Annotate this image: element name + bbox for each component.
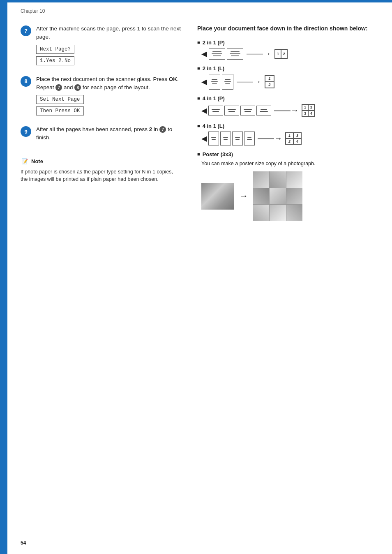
top-blue-line [7, 0, 392, 2]
arrow-right-2-icon: ——→ [237, 77, 261, 86]
right-title: Place your document face down in the dir… [197, 25, 378, 33]
rl4: 4 [293, 138, 301, 144]
step-8-number: 8 [21, 76, 31, 87]
doc-page-4 [222, 74, 233, 90]
result-4in1l: 1 3 2 4 [285, 132, 302, 145]
r1: 1 [302, 104, 308, 111]
circle-7a: 7 [55, 84, 62, 91]
poster-original [201, 183, 234, 210]
poster-cell-6 [286, 188, 302, 204]
result-2in1l: 1 2 [265, 75, 274, 88]
poster-images: → [201, 171, 378, 221]
doc-page-11 [232, 132, 243, 145]
poster-cell-9 [286, 205, 302, 221]
poster-section: Poster (3x3) You can make a poster size … [197, 151, 378, 221]
doc-page-9 [208, 132, 219, 145]
poster-label: Poster (3x3) [197, 151, 378, 157]
layout-2in1l: 2 in 1 (L) ◀ ——→ 1 [197, 65, 378, 90]
result-cell-2: 2 [281, 49, 287, 58]
doc-page-5 [208, 106, 223, 115]
layout-2in1p-label: 2 in 1 (P) [197, 39, 378, 46]
arrow-right-4-icon: ——→ [258, 134, 282, 143]
step-9-content: After all the pages have been scanned, p… [36, 125, 181, 145]
lcd-then-press-ok: Then Press OK [36, 106, 84, 115]
result-2in1p: 1 2 [274, 49, 288, 59]
right-column: Place your document face down in the dir… [197, 25, 378, 226]
doc-page-3 [209, 74, 220, 90]
doc-page-6 [224, 106, 239, 115]
doc-page-12 [244, 132, 255, 145]
lcd-set-next-page: Set Next Page [36, 95, 84, 104]
layout-4in1l-diagram: ◀ ——→ 1 3 2 4 [201, 132, 378, 145]
doc-page-2 [227, 48, 243, 60]
layout-2in1p-diagram: ◀ ——→ 1 2 [201, 48, 378, 60]
poster-arrow-icon: → [239, 191, 248, 201]
result-cell-1-2: 1 [265, 76, 274, 82]
rl1: 1 [286, 133, 293, 138]
doc-page-8 [256, 106, 271, 115]
r2: 2 [308, 104, 314, 111]
step-7: 7 After the machine scans the page, pres… [21, 25, 181, 68]
poster-cell-7 [253, 205, 269, 221]
left-column: 7 After the machine scans the page, pres… [21, 25, 181, 183]
arrow-right-icon: ——→ [247, 49, 271, 58]
layout-2in1p: 2 in 1 (P) ◀ ——→ [197, 39, 378, 60]
doc-page-7 [240, 106, 255, 115]
rl2: 2 [286, 138, 293, 144]
poster-result-grid [253, 171, 302, 221]
circle-7b: 7 [159, 126, 166, 133]
poster-cell-8 [270, 205, 286, 221]
arrow-left-2-icon: ◀ [201, 77, 207, 86]
chapter-label: Chapter 10 [21, 8, 45, 14]
layout-2in1l-label: 2 in 1 (L) [197, 65, 378, 72]
rl3: 3 [293, 133, 301, 138]
step-9-text: After all the pages have been scanned, p… [36, 125, 181, 142]
note-text: If photo paper is chosen as the paper ty… [21, 168, 181, 184]
step-7-number: 7 [21, 25, 31, 36]
lcd-next-page: Next Page? [36, 45, 74, 54]
note-box: 📝 Note If photo paper is chosen as the p… [21, 153, 181, 184]
blue-sidebar [0, 0, 7, 554]
lcd-yes-no: 1.Yes 2.No [36, 56, 74, 65]
arrow-right-3-icon: ——→ [274, 106, 299, 115]
doc-page-1 [209, 48, 225, 60]
poster-cell-5 [270, 188, 286, 204]
poster-text: You can make a poster size copy of a pho… [201, 160, 378, 168]
result-cell-2-2: 2 [265, 82, 274, 88]
page-number: 54 [21, 540, 26, 546]
note-icon: 📝 [21, 157, 29, 166]
note-title: 📝 Note [21, 157, 181, 166]
r3: 3 [302, 111, 308, 117]
layout-4in1l-label: 4 in 1 (L) [197, 123, 378, 129]
layout-4in1p: 4 in 1 (P) ◀ ——→ 1 2 3 4 [197, 95, 378, 117]
step-7-content: After the machine scans the page, press … [36, 25, 181, 68]
poster-cell-4 [253, 188, 269, 204]
arrow-left-4-icon: ◀ [201, 134, 207, 143]
poster-cell-3 [286, 171, 302, 187]
poster-hand-image [201, 183, 234, 210]
poster-cell-1 [253, 171, 269, 187]
layout-2in1l-diagram: ◀ ——→ 1 2 [201, 74, 378, 90]
arrow-left-icon: ◀ [201, 49, 207, 58]
result-cell-1: 1 [275, 49, 281, 58]
result-4in1p: 1 2 3 4 [302, 104, 315, 117]
step-8-content: Place the next document on the scanner g… [36, 75, 181, 118]
layout-4in1p-label: 4 in 1 (P) [197, 95, 378, 102]
layout-4in1p-diagram: ◀ ——→ 1 2 3 4 [201, 104, 378, 117]
layout-4in1l: 4 in 1 (L) ◀ ——→ 1 3 2 4 [197, 123, 378, 145]
poster-cell-2 [270, 171, 286, 187]
step-9: 9 After all the pages have been scanned,… [21, 125, 181, 145]
step-8-text: Place the next document on the scanner g… [36, 75, 181, 92]
arrow-left-3-icon: ◀ [201, 106, 207, 115]
step-9-number: 9 [21, 126, 31, 137]
doc-page-10 [220, 132, 231, 145]
step-8: 8 Place the next document on the scanner… [21, 75, 181, 118]
circle-8a: 8 [74, 84, 81, 91]
r4: 4 [308, 111, 314, 117]
step-7-text: After the machine scans the page, press … [36, 25, 181, 42]
